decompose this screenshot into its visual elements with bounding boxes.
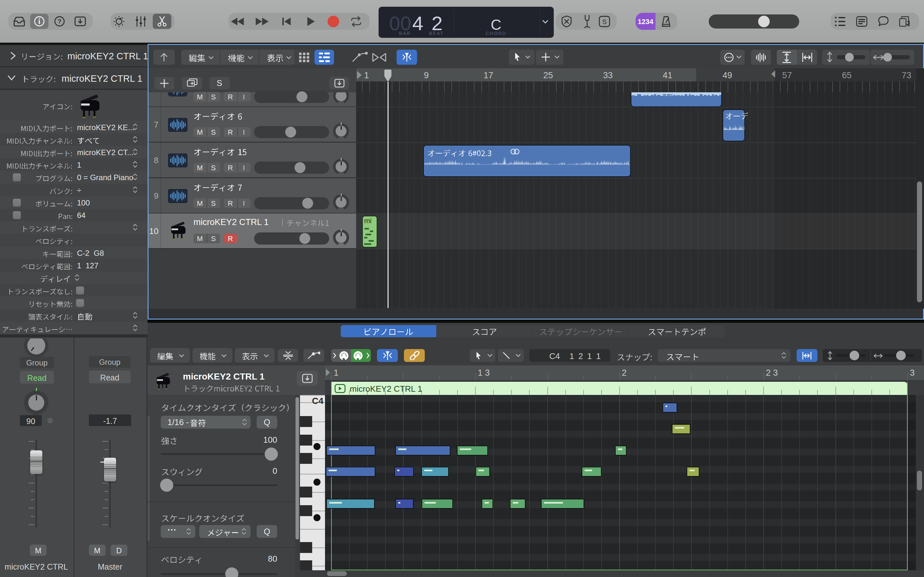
svg-text:S: S <box>602 18 607 25</box>
svg-text:?: ? <box>58 18 61 25</box>
